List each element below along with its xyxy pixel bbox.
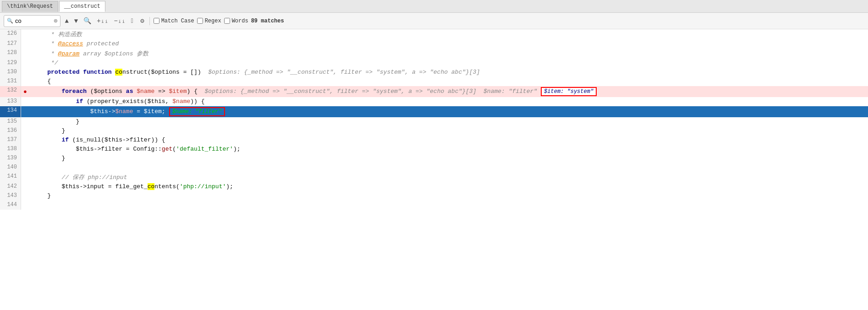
token-comment: * 构造函数: [33, 31, 82, 38]
line-number: 135: [0, 117, 21, 126]
line-number: 134: [0, 106, 21, 117]
token-text: }: [33, 155, 65, 162]
line-gutter: [21, 39, 29, 49]
token-comment: */: [33, 60, 58, 66]
token-text: (is_null($this->filter)) {: [69, 136, 165, 143]
code-line-129: 129 */: [0, 59, 868, 68]
regex-text: Regex: [205, 18, 221, 24]
line-content: $this->input = file_get_contents('php://…: [29, 182, 868, 191]
match-case-label[interactable]: Match Case: [154, 18, 194, 24]
code-line-143: 143 }: [0, 191, 868, 201]
code-line-130: 130 protected function construct($option…: [0, 68, 868, 77]
line-content: protected function construct($options = …: [29, 68, 868, 77]
regex-label[interactable]: Regex: [197, 18, 221, 24]
next-match-button[interactable]: ▼: [73, 17, 79, 25]
add-occurrence-button[interactable]: +ᵢᵢ: [95, 16, 110, 25]
match-count: 89 matches: [251, 18, 284, 24]
tooltip-item-right: $item: "system": [541, 87, 597, 96]
line-gutter: [21, 172, 29, 182]
line-number: 137: [0, 136, 21, 145]
token-text: )) {: [190, 98, 204, 105]
tab-request[interactable]: \think\Request: [2, 1, 58, 12]
line-content: // 保存 php://input: [29, 172, 868, 182]
code-line-144: 144: [0, 201, 868, 210]
line-gutter: [21, 191, 29, 201]
token-fn: get: [162, 146, 172, 152]
token-comment: protected: [83, 40, 119, 47]
token-kw: as: [126, 88, 133, 95]
line-number: 138: [0, 145, 21, 154]
tab-construct-label: __construct: [64, 3, 100, 10]
token-text: }: [33, 192, 51, 199]
words-label[interactable]: Words: [224, 18, 248, 24]
token-comment: *: [33, 50, 58, 57]
words-checkbox[interactable]: [224, 18, 230, 24]
token-text: [33, 69, 47, 76]
remove-occurrence-button[interactable]: −ᵢᵢ: [113, 16, 127, 25]
select-all-button[interactable]: 🟝: [130, 17, 136, 25]
line-content: if (is_null($this->filter)) {: [29, 136, 868, 145]
line-number: 142: [0, 182, 21, 191]
token-text: nstruct($options = []): [122, 69, 208, 76]
line-number: 128: [0, 49, 21, 59]
line-gutter: [21, 136, 29, 145]
search-input[interactable]: [15, 17, 52, 24]
token-text: ntents(: [154, 183, 180, 190]
token-anno: @access: [58, 40, 83, 47]
token-text: =>: [154, 88, 169, 95]
line-content: * @access protected: [29, 39, 868, 49]
token-kw: protected function: [47, 69, 111, 76]
regex-checkbox[interactable]: [197, 18, 203, 24]
match-case-checkbox[interactable]: [154, 18, 159, 24]
code-line-142: 142 $this->input = file_get_contents('ph…: [0, 182, 868, 191]
clear-button[interactable]: ⊗: [54, 17, 57, 25]
line-number: 131: [0, 77, 21, 86]
words-text: Words: [232, 18, 248, 24]
separator: [149, 17, 150, 25]
code-line-133: 133 if (property_exists($this, $name)) {: [0, 97, 868, 106]
line-gutter: [21, 59, 29, 68]
line-gutter: [21, 68, 29, 77]
line-gutter: [21, 145, 29, 154]
settings-button[interactable]: ⚙: [139, 16, 145, 25]
line-number: 126: [0, 29, 21, 39]
line-number: 133: [0, 97, 21, 106]
code-line-141: 141 // 保存 php://input: [0, 172, 868, 182]
line-gutter: [21, 154, 29, 163]
token-var: $name: [137, 88, 154, 95]
line-content: }: [29, 126, 868, 136]
token-var: $name: [115, 108, 133, 115]
line-number: 144: [0, 201, 21, 210]
search-highlight: co: [148, 183, 155, 190]
token-var: $item: [169, 88, 187, 95]
token-kw: if: [61, 136, 69, 143]
token-text: = $item;: [133, 108, 165, 115]
line-content: {: [29, 77, 868, 86]
token-text: {: [33, 78, 51, 85]
token-text: }: [33, 127, 65, 134]
code-line-134: 134 $this->$name = $item;$name: "filter": [0, 106, 868, 117]
code-line-132: 132● foreach ($options as $name => $item…: [0, 86, 868, 97]
line-content: [29, 201, 868, 210]
line-content: if (property_exists($this, $name)) {: [29, 97, 868, 106]
token-hint: $options: {_method => "__construct", fil…: [205, 88, 538, 95]
tab-construct[interactable]: __construct: [59, 1, 105, 12]
search-input-wrap: 🔍 ⊗: [4, 15, 60, 27]
tab-bar: \think\Request __construct: [0, 0, 868, 13]
line-content: * 构造函数: [29, 29, 868, 39]
token-text: );: [233, 146, 241, 152]
line-content: }: [29, 117, 868, 126]
find-in-path-button[interactable]: 🔍: [82, 16, 93, 25]
prev-match-button[interactable]: ▲: [63, 17, 70, 25]
line-gutter: [21, 182, 29, 191]
code-area: 126 * 构造函数127 * @access protected128 * @…: [0, 29, 868, 310]
token-text: );: [226, 183, 233, 190]
token-kw: foreach: [61, 88, 87, 95]
token-hint: $options: {_method => "__construct", fil…: [208, 69, 480, 76]
code-line-127: 127 * @access protected: [0, 39, 868, 49]
line-gutter: [21, 106, 29, 117]
tab-request-label: \think\Request: [7, 3, 53, 10]
line-gutter: [21, 29, 29, 39]
token-text: [33, 88, 61, 95]
token-text: ($options: [87, 88, 126, 95]
